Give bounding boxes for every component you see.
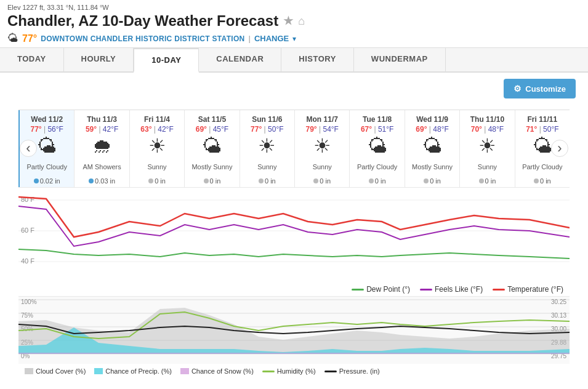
day-precip: 0 in [408,177,457,185]
precip-amount: 0 in [430,177,441,185]
tab-hourly[interactable]: HOURLY [64,48,134,71]
day-desc: Partly Cloudy [352,158,401,175]
snow-box-icon [180,368,189,374]
day-high: 77° [251,125,262,134]
day-high: 69° [416,125,427,134]
station-weather-icon: 🌤 [7,32,18,45]
day-desc: Mostly Sunny [187,158,236,175]
station-name: DOWNTOWN CHANDLER HISTORIC DISTRICT STAT… [41,34,244,43]
day-desc: Sunny [132,158,182,175]
legend-temp: Temperature (°F) [493,285,563,294]
dewpoint-line-icon [352,289,364,291]
tab-today[interactable]: TODAY [0,48,64,71]
tab-wundermap[interactable]: WUNDERMAP [354,48,446,71]
svg-text:60 F: 60 F [21,227,34,234]
day-low: 51°F [378,125,393,134]
temp-chart: 80 F 60 F 40 F [18,187,570,283]
day-col-4[interactable]: Sun 11/6 77° | 50°F ☀ Sunny 0 in [240,110,295,187]
day-temps: 71° | 50°F [518,125,567,134]
legend-cloud: Cloud Cover (%) [25,367,86,375]
station-temp: 77° [22,33,37,44]
precip-amount: 0 in [485,177,496,185]
precip-amount: 0 in [320,177,331,185]
day-col-8[interactable]: Thu 11/10 70° | 48°F ☀ Sunny 0 in [460,110,515,187]
day-icon: 🌤 [352,136,401,156]
legend-snow-label: Chance of Snow (%) [191,367,254,375]
temp-legend: Dew Point (°) Feels Like (°F) Temperatur… [0,283,588,296]
precip-dot-icon [259,178,264,183]
day-high: 67° [361,125,372,134]
day-low: 50°F [268,125,283,134]
day-icon: 🌤 [187,136,236,156]
day-col-2[interactable]: Fri 11/4 63° | 42°F ☀ Sunny 0 in [130,110,185,187]
day-col-5[interactable]: Mon 11/7 79° | 54°F ☀ Sunny 0 in [295,110,350,187]
day-desc: Partly Cloudy [22,158,71,175]
legend-dewpoint: Dew Point (°) [352,285,410,294]
city-title: Chandler, AZ 10-Day Weather Forecast ★ ⌂ [7,12,581,30]
day-precip: 0 in [243,177,292,185]
precip-dot-icon [313,178,318,183]
day-temps: 69° | 48°F [408,125,457,134]
precip-amount: 0.02 in [40,177,60,185]
legend-precip: Chance of Precip. (%) [94,367,172,375]
home-icon[interactable]: ⌂ [298,15,305,28]
day-low: 45°F [213,125,228,134]
precip-dot-icon [89,178,94,183]
day-low: 48°F [488,125,504,134]
day-col-6[interactable]: Tue 11/8 67° | 51°F 🌤 Partly Cloudy 0 in [350,110,405,187]
feellike-line-icon [420,289,432,291]
change-link[interactable]: CHANGE [254,34,289,43]
day-header: Mon 11/7 [297,115,347,124]
legend-humidity-label: Humidity (%) [277,367,316,375]
day-low: 50°F [543,125,558,134]
top-bar: Elev 1227 ft, 33.31 °N, 111.84 °W Chandl… [0,0,588,48]
tab-history[interactable]: HISTORY [281,48,354,71]
day-temps: 77° | 56°F [22,125,71,134]
content-area: ⚙ Customize ‹ › Wed 11/2 77° | 56°F 🌤 Pa… [0,73,588,385]
tab-calendar[interactable]: CALENDAR [199,48,281,71]
day-desc: AM Showers [77,158,126,175]
day-temps: 70° | 48°F [462,125,512,134]
next-arrow[interactable]: › [551,140,568,157]
svg-text:40 F: 40 F [21,257,34,265]
day-precip: 0 in [518,177,567,185]
day-col-1[interactable]: Thu 11/3 59° | 42°F 🌧 AM Showers 0.03 in [75,110,129,187]
day-header: Sun 11/6 [243,115,292,124]
legend-precip-label: Chance of Precip. (%) [105,367,172,375]
day-temps: 59° | 42°F [77,125,126,134]
svg-text:75%: 75% [21,312,33,319]
day-high: 79° [306,125,317,134]
precip-chart-svg: 100% 75% 50% 25% 0% 30.25 30.13 30.00 29… [18,297,570,364]
customize-button[interactable]: ⚙ Customize [504,79,576,98]
day-header: Tue 11/8 [352,115,401,124]
precip-dot-icon [534,178,539,183]
legend-humidity: Humidity (%) [262,367,316,375]
day-icon: 🌧 [77,136,126,156]
day-low: 54°F [323,125,338,134]
precip-amount: 0 in [265,177,276,185]
svg-text:30.13: 30.13 [551,312,566,319]
day-header: Thu 11/10 [462,115,512,124]
star-icon[interactable]: ★ [283,14,293,28]
precip-amount: 0 in [210,177,221,185]
legend-temp-label: Temperature (°F) [507,285,563,294]
svg-text:100%: 100% [21,299,37,305]
temp-line-icon [493,289,505,291]
day-precip: 0 in [462,177,512,185]
day-low: 48°F [433,125,448,134]
day-high: 71° [526,125,537,134]
tab-10day[interactable]: 10-DAY [134,48,199,73]
svg-text:30.25: 30.25 [551,299,566,305]
day-col-3[interactable]: Sat 11/5 69° | 45°F 🌤 Mostly Sunny 0 in [185,110,240,187]
day-col-7[interactable]: Wed 11/9 69° | 48°F 🌤 Mostly Sunny 0 in [405,110,460,187]
precip-amount: 0 in [375,177,386,185]
day-high: 63° [140,125,151,134]
prev-arrow[interactable]: ‹ [20,140,37,157]
pressure-line-icon [324,371,337,372]
legend-pressure-label: Pressure. (in) [339,367,380,375]
day-high: 69° [196,125,207,134]
day-low: 42°F [158,125,173,134]
change-arrow-icon: ▾ [292,34,296,43]
precip-dot-icon [204,178,209,183]
customize-label: Customize [525,84,566,94]
